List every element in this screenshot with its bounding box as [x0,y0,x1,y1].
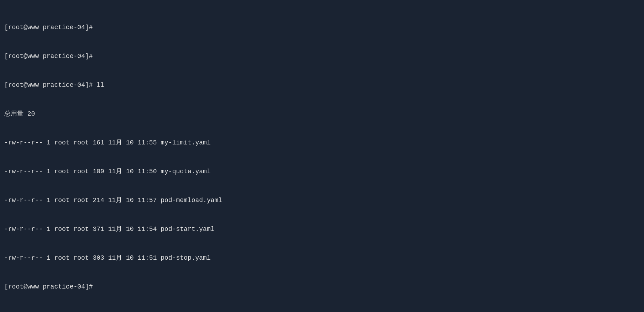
terminal-window: [root@www practice-04]# [root@www practi… [4,4,640,308]
file-4: -rw-r--r-- 1 root root 371 11月 10 11:54 … [4,226,215,233]
prompt-10: [root@www practice-04]# [4,283,93,290]
line-4: 总用量 20 [4,109,640,119]
line-5: -rw-r--r-- 1 root root 161 11月 10 11:55 … [4,138,640,148]
line-10: [root@www practice-04]# [4,282,640,292]
line-2: [root@www practice-04]# [4,52,640,61]
line-6: -rw-r--r-- 1 root root 109 11月 10 11:50 … [4,167,640,176]
file-1: -rw-r--r-- 1 root root 161 11月 10 11:55 … [4,139,211,146]
prompt-1: [root@www practice-04]# [4,24,93,31]
line-3: [root@www practice-04]# ll [4,80,640,90]
file-2: -rw-r--r-- 1 root root 109 11月 10 11:50 … [4,168,211,175]
prompt-3: [root@www practice-04]# ll [4,81,104,89]
total-line: 总用量 20 [4,110,35,117]
line-1: [root@www practice-04]# [4,23,640,32]
prompt-2: [root@www practice-04]# [4,53,93,60]
line-9: -rw-r--r-- 1 root root 303 11月 10 11:51 … [4,253,640,263]
line-8: -rw-r--r-- 1 root root 371 11月 10 11:54 … [4,224,640,234]
file-5: -rw-r--r-- 1 root root 303 11月 10 11:51 … [4,254,211,261]
line-7: -rw-r--r-- 1 root root 214 11月 10 11:57 … [4,196,640,205]
file-3: -rw-r--r-- 1 root root 214 11月 10 11:57 … [4,197,222,204]
